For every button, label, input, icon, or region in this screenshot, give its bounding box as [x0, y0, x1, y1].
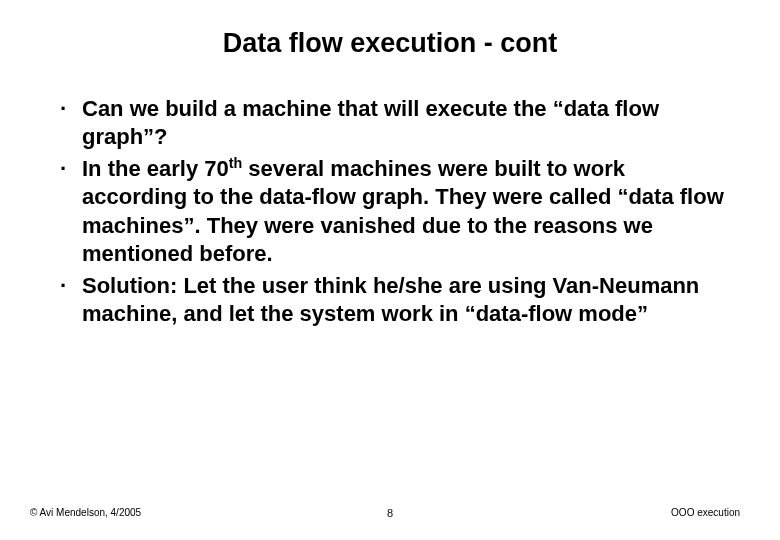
footer-topic: OOO execution — [671, 507, 740, 518]
bullet-icon: · — [60, 95, 66, 123]
page-title: Data flow execution - cont — [50, 28, 730, 59]
bullet-text: In the early 70th several machines were … — [82, 156, 724, 265]
bullet-list: · Can we build a machine that will execu… — [50, 95, 730, 328]
bullet-icon: · — [60, 272, 66, 300]
bullet-text: Can we build a machine that will execute… — [82, 96, 659, 149]
page-number: 8 — [387, 507, 393, 519]
footer: © Avi Mendelson, 4/2005 8 OOO execution — [0, 507, 780, 518]
list-item: · Solution: Let the user think he/she ar… — [60, 272, 730, 328]
list-item: · In the early 70th several machines wer… — [60, 155, 730, 268]
slide: Data flow execution - cont · Can we buil… — [0, 0, 780, 540]
bullet-icon: · — [60, 155, 66, 183]
list-item: · Can we build a machine that will execu… — [60, 95, 730, 151]
bullet-text: Solution: Let the user think he/she are … — [82, 273, 699, 326]
footer-copyright: © Avi Mendelson, 4/2005 — [30, 507, 141, 518]
